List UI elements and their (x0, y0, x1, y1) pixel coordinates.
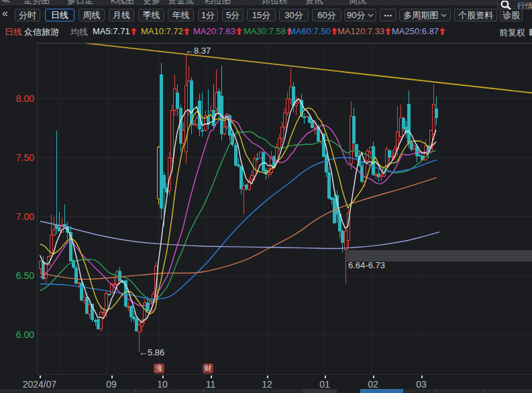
svg-text:6.64-6.73: 6.64-6.73 (348, 260, 385, 270)
svg-text:6.50: 6.50 (16, 270, 34, 281)
svg-text:6.00: 6.00 (16, 329, 34, 340)
svg-text:行: 行 (517, 1, 525, 9)
svg-text:←8.37: ←8.37 (185, 46, 211, 56)
svg-text:←5.86: ←5.86 (139, 347, 164, 357)
svg-text:8.00: 8.00 (16, 93, 34, 104)
svg-text:情: 情 (525, 1, 532, 9)
svg-text:7.50: 7.50 (16, 152, 34, 163)
svg-text:7.00: 7.00 (16, 211, 34, 222)
